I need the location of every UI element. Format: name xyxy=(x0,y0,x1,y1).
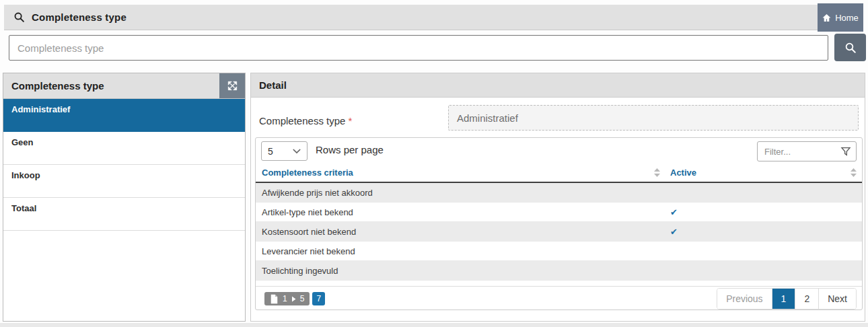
detail-panel: Detail Completeness type* Administratief… xyxy=(250,73,865,322)
list-item-administratief[interactable]: Administratief xyxy=(3,99,245,132)
home-button[interactable]: Home xyxy=(818,3,863,32)
rows-per-page-label: Rows per page xyxy=(316,144,384,155)
home-icon xyxy=(822,13,831,22)
home-button-label: Home xyxy=(835,13,859,23)
search-input[interactable] xyxy=(9,35,828,61)
table-spacer xyxy=(256,281,862,286)
criteria-table: 5 Rows per page Completeness criteria xyxy=(255,137,863,310)
table-filter xyxy=(757,141,857,161)
criteria-cell: Toelichting ingevuld xyxy=(256,266,664,276)
completeness-type-value-field: Administratief xyxy=(448,105,859,131)
completeness-type-label: Completeness type* xyxy=(259,115,352,126)
previous-page-button[interactable]: Previous xyxy=(717,289,772,309)
filter-input[interactable] xyxy=(758,142,834,161)
table-row: Kostensoort niet bekend ✔ xyxy=(256,222,862,242)
criteria-cell: Kostensoort niet bekend xyxy=(256,227,664,237)
column-header-criteria[interactable]: Completeness criteria xyxy=(256,168,664,178)
rows-per-page-value: 5 xyxy=(268,146,273,157)
list-item-inkoop[interactable]: Inkoop xyxy=(3,165,245,198)
column-header-active-label: Active xyxy=(670,168,696,178)
list-item-geen[interactable]: Geen xyxy=(3,132,245,165)
detail-panel-title: Detail xyxy=(251,73,865,98)
pagination: Previous 1 2 Next xyxy=(717,288,857,310)
table-toolbar: 5 Rows per page xyxy=(256,138,862,163)
expand-arrows-icon xyxy=(227,81,238,91)
range-to: 5 xyxy=(300,294,305,303)
results-panel-header: Completeness type xyxy=(3,73,245,99)
app-header: Completeness type Home xyxy=(4,5,863,30)
search-submit-button[interactable] xyxy=(834,34,866,61)
column-header-criteria-label: Completeness criteria xyxy=(262,168,353,178)
page-1-button[interactable]: 1 xyxy=(772,289,796,309)
results-panel-title: Completeness type xyxy=(3,80,104,92)
document-icon xyxy=(270,294,279,304)
app-window: Completeness type Home Completeness type xyxy=(0,0,868,327)
table-footer: 1 5 7 Previous 1 2 Next xyxy=(256,286,862,311)
table-header-row: Completeness criteria Active xyxy=(256,163,862,183)
page-2-button[interactable]: 2 xyxy=(795,289,819,309)
visible-range-badge: 1 5 xyxy=(264,292,310,305)
required-marker: * xyxy=(348,115,352,126)
criteria-cell: Artikel-type niet bekend xyxy=(256,207,664,217)
search-icon xyxy=(13,11,25,23)
row-count-badges: 1 5 7 xyxy=(264,292,325,305)
table-body: Afwijkende prijs niet akkoord Artikel-ty… xyxy=(256,183,862,281)
total-count-badge: 7 xyxy=(312,292,325,305)
magnifier-icon xyxy=(844,42,857,54)
sort-icon[interactable] xyxy=(654,168,660,177)
results-panel: Completeness type Administratief Geen In… xyxy=(3,73,246,322)
chevron-down-icon xyxy=(293,149,301,154)
page-title: Completeness type xyxy=(32,11,126,23)
active-check-icon: ✔ xyxy=(664,207,862,217)
next-page-button[interactable]: Next xyxy=(819,289,856,309)
table-row: Artikel-type niet bekend ✔ xyxy=(256,203,862,222)
sort-icon[interactable] xyxy=(851,168,857,177)
bottom-gutter xyxy=(0,323,868,327)
rows-per-page-select[interactable]: 5 xyxy=(261,141,308,161)
caret-right-icon xyxy=(291,296,296,302)
list-item-totaal[interactable]: Totaal xyxy=(3,198,245,231)
criteria-cell: Afwijkende prijs niet akkoord xyxy=(256,188,664,198)
criteria-cell: Leverancier niet bekend xyxy=(256,246,664,256)
table-row: Toelichting ingevuld xyxy=(256,261,862,281)
table-row: Leverancier niet bekend xyxy=(256,242,862,261)
expand-panel-button[interactable] xyxy=(219,73,245,98)
field-label-text: Completeness type xyxy=(259,115,345,126)
column-header-active[interactable]: Active xyxy=(664,168,862,178)
funnel-icon[interactable] xyxy=(840,146,851,159)
table-row: Afwijkende prijs niet akkoord xyxy=(256,183,862,203)
active-check-icon: ✔ xyxy=(664,227,862,237)
range-from: 1 xyxy=(283,294,287,303)
